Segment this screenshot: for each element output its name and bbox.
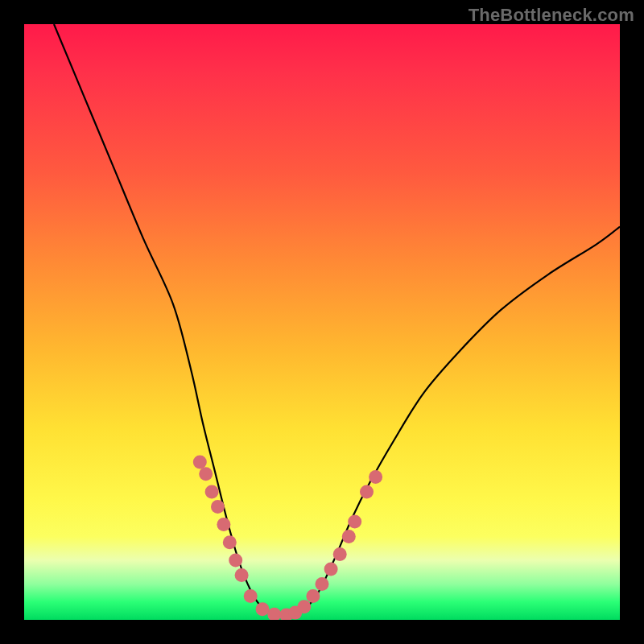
data-marker (369, 470, 382, 484)
watermark-text: TheBottleneck.com (469, 5, 634, 26)
data-marker (324, 563, 338, 576)
data-marker (267, 608, 281, 620)
data-marker (199, 467, 213, 481)
chart-area (24, 24, 620, 620)
data-marker (244, 589, 258, 603)
data-marker (211, 500, 225, 514)
data-marker (256, 602, 270, 616)
data-marker (348, 514, 361, 528)
data-marker (229, 554, 242, 568)
left-curve (54, 24, 280, 617)
data-marker (217, 518, 230, 531)
data-marker (223, 535, 237, 549)
data-marker (316, 577, 329, 591)
data-marker (193, 455, 207, 469)
data-marker (235, 568, 249, 582)
data-markers (193, 455, 382, 620)
data-marker (205, 485, 219, 498)
data-marker (342, 530, 356, 543)
data-marker (360, 485, 374, 498)
data-marker (297, 600, 311, 613)
chart-svg (24, 24, 620, 620)
right-curve (280, 227, 620, 617)
data-marker (333, 547, 347, 561)
data-marker (306, 589, 320, 603)
